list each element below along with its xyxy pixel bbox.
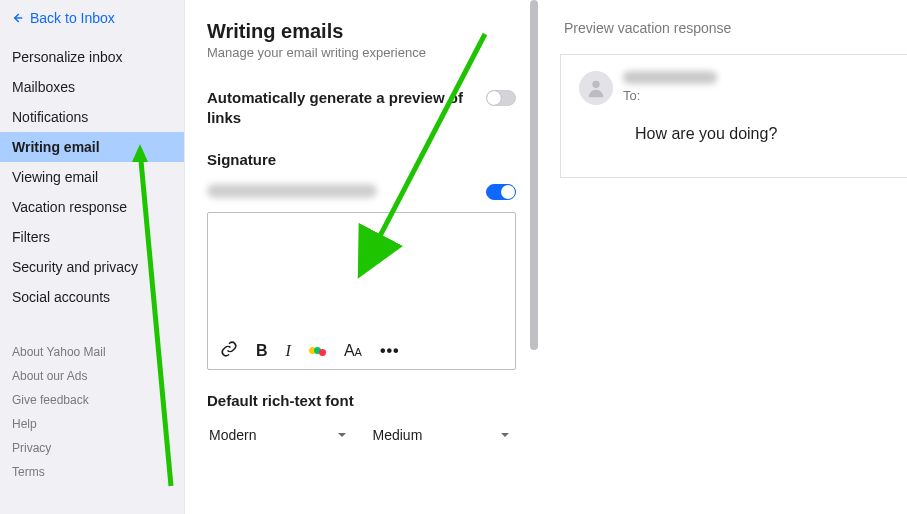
sidebar-item-security[interactable]: Security and privacy [0, 252, 184, 282]
preview-to-label: To: [623, 88, 717, 103]
signature-heading: Signature [207, 151, 516, 168]
sidebar-item-mailboxes[interactable]: Mailboxes [0, 72, 184, 102]
sidebar-item-filters[interactable]: Filters [0, 222, 184, 252]
link-terms[interactable]: Terms [0, 460, 184, 484]
sidebar-item-personalize[interactable]: Personalize inbox [0, 42, 184, 72]
sidebar-item-label: Vacation response [12, 199, 127, 215]
signature-account-row [207, 182, 516, 200]
toggle-knob [501, 185, 515, 199]
sidebar-item-label: Notifications [12, 109, 88, 125]
font-size-value: Medium [373, 427, 423, 443]
sidebar-item-notifications[interactable]: Notifications [0, 102, 184, 132]
link-about-our-ads[interactable]: About our Ads [0, 364, 184, 388]
sidebar-secondary: About Yahoo Mail About our Ads Give feed… [0, 340, 184, 484]
avatar [579, 71, 613, 105]
link-about-yahoo-mail[interactable]: About Yahoo Mail [0, 340, 184, 364]
chevron-down-icon [500, 430, 510, 440]
preview-sender-name [623, 71, 717, 84]
preview-panel: Preview vacation response To: How are yo… [560, 0, 907, 514]
auto-link-preview-row: Automatically generate a preview of link… [207, 88, 516, 127]
signature-editor: B I AA ••• [207, 212, 516, 370]
secondary-link-label: About Yahoo Mail [12, 345, 106, 359]
link-give-feedback[interactable]: Give feedback [0, 388, 184, 412]
signature-toggle[interactable] [486, 184, 516, 200]
bold-icon[interactable]: B [256, 343, 268, 359]
font-size-select[interactable]: Medium [371, 423, 517, 447]
preview-header: To: [579, 71, 889, 105]
page-subtitle: Manage your email writing experience [207, 45, 516, 60]
chevron-down-icon [337, 430, 347, 440]
back-to-inbox-link[interactable]: Back to Inbox [0, 0, 184, 36]
sidebar-item-social[interactable]: Social accounts [0, 282, 184, 312]
signature-section: Signature B I AA ••• [207, 151, 516, 370]
font-size-icon[interactable]: AA [344, 343, 362, 359]
scrollbar-thumb[interactable] [530, 0, 538, 350]
toggle-knob [487, 91, 501, 105]
sidebar-item-label: Social accounts [12, 289, 110, 305]
settings-sidebar: Back to Inbox Personalize inbox Mailboxe… [0, 0, 185, 514]
person-icon [585, 77, 607, 99]
font-family-value: Modern [209, 427, 256, 443]
link-help[interactable]: Help [0, 412, 184, 436]
arrow-left-icon [10, 11, 24, 25]
secondary-link-label: About our Ads [12, 369, 87, 383]
settings-main: Writing emails Manage your email writing… [185, 0, 538, 514]
sidebar-item-label: Mailboxes [12, 79, 75, 95]
sidebar-item-label: Personalize inbox [12, 49, 123, 65]
secondary-link-label: Help [12, 417, 37, 431]
link-icon[interactable] [220, 340, 238, 361]
signature-toolbar: B I AA ••• [208, 332, 515, 369]
text-color-icon[interactable] [309, 345, 326, 356]
back-to-inbox-label: Back to Inbox [30, 10, 115, 26]
link-privacy[interactable]: Privacy [0, 436, 184, 460]
sidebar-item-viewing-email[interactable]: Viewing email [0, 162, 184, 192]
preview-meta: To: [623, 71, 717, 103]
secondary-link-label: Privacy [12, 441, 51, 455]
sidebar-item-label: Filters [12, 229, 50, 245]
secondary-link-label: Give feedback [12, 393, 89, 407]
auto-link-preview-label: Automatically generate a preview of link… [207, 88, 474, 127]
default-font-heading: Default rich-text font [207, 392, 516, 409]
signature-textarea[interactable] [208, 213, 515, 332]
svg-point-0 [592, 81, 599, 88]
italic-icon[interactable]: I [286, 343, 291, 359]
signature-account-email [207, 184, 377, 198]
default-font-section: Default rich-text font Modern Medium [207, 392, 516, 447]
auto-link-preview-toggle[interactable] [486, 90, 516, 106]
sidebar-nav: Personalize inbox Mailboxes Notification… [0, 42, 184, 312]
preview-heading: Preview vacation response [560, 20, 907, 36]
scrollbar-track [530, 0, 538, 514]
sidebar-item-label: Viewing email [12, 169, 98, 185]
sidebar-item-writing-email[interactable]: Writing email [0, 132, 184, 162]
sidebar-item-label: Security and privacy [12, 259, 138, 275]
sidebar-item-vacation-response[interactable]: Vacation response [0, 192, 184, 222]
font-selects: Modern Medium [207, 423, 516, 447]
font-family-select[interactable]: Modern [207, 423, 353, 447]
more-icon[interactable]: ••• [380, 343, 400, 359]
preview-card: To: How are you doing? [560, 54, 907, 178]
preview-body: How are you doing? [579, 125, 889, 143]
page-title: Writing emails [207, 20, 516, 43]
sidebar-item-label: Writing email [12, 139, 100, 155]
secondary-link-label: Terms [12, 465, 45, 479]
